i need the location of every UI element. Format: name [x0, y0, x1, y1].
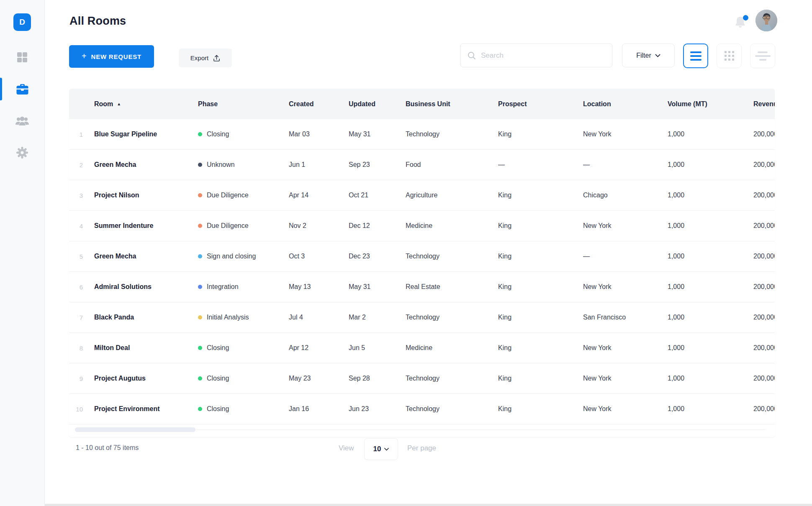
cell-business-unit: Technology: [406, 302, 498, 332]
rooms-table: Room▲PhaseCreatedUpdatedBusiness UnitPro…: [69, 89, 775, 437]
cell-room: Project Nilson: [94, 180, 198, 210]
cell-num: 5: [69, 241, 94, 271]
cell-updated: Mar 2: [349, 302, 406, 332]
cell-phase: Sign and closing: [198, 241, 289, 271]
cell-phase: Due Diligence: [198, 180, 289, 210]
column-header-volume[interactable]: Volume (MT): [668, 89, 753, 119]
table-row[interactable]: 7Black PandaInitial AnalysisJul 4Mar 2Te…: [69, 302, 775, 333]
cell-num: 9: [69, 363, 94, 394]
cell-business-unit: Real Estate: [406, 272, 498, 302]
sidebar-item-rooms[interactable]: [0, 73, 44, 105]
column-header-location[interactable]: Location: [583, 89, 668, 119]
phase-label: Closing: [207, 405, 229, 413]
table-row[interactable]: 10Project EnvironmentClosingJan 16Jun 23…: [69, 394, 775, 424]
cell-location: New York: [583, 119, 668, 149]
phase-status-dot: [198, 315, 202, 319]
search-input[interactable]: [481, 51, 612, 60]
horizontal-scrollbar: [75, 427, 770, 432]
column-header-created[interactable]: Created: [289, 89, 349, 119]
cell-location: San Francisco: [583, 302, 668, 332]
cell-num: 6: [69, 272, 94, 302]
export-button[interactable]: Export: [179, 49, 232, 67]
cell-room: Summer Indenture: [94, 211, 198, 241]
filter-label: Filter: [636, 52, 651, 59]
table-row[interactable]: 3Project NilsonDue DiligenceApr 14Oct 21…: [69, 180, 775, 211]
cell-volume: 1,000: [668, 150, 753, 180]
cell-num: 1: [69, 119, 94, 149]
column-header-updated[interactable]: Updated: [349, 89, 406, 119]
page-title: All Rooms: [69, 15, 126, 28]
cell-created: Jun 1: [289, 150, 349, 180]
phase-status-dot: [198, 193, 202, 197]
table-row[interactable]: 1Blue Sugar PipelineClosingMar 03May 31T…: [69, 119, 775, 150]
phase-label: Closing: [207, 375, 229, 382]
cell-business-unit: Technology: [406, 394, 498, 424]
cell-room: Project Augutus: [94, 363, 198, 394]
column-header-business-unit[interactable]: Business Unit: [406, 89, 498, 119]
per-page-select[interactable]: 10: [364, 438, 398, 460]
cell-prospect: King: [498, 180, 583, 210]
cell-updated: Dec 23: [349, 241, 406, 271]
cell-location: —: [583, 150, 668, 180]
column-header-phase[interactable]: Phase: [198, 89, 289, 119]
cell-room: Project Environment: [94, 394, 198, 424]
phase-status-dot: [198, 407, 202, 411]
user-avatar[interactable]: [755, 10, 777, 31]
sidebar-item-team[interactable]: [0, 105, 44, 137]
view-toggle-list[interactable]: [683, 43, 708, 68]
cell-volume: 1,000: [668, 119, 753, 149]
cell-room: Milton Deal: [94, 333, 198, 363]
phase-status-dot: [198, 224, 202, 228]
app-logo[interactable]: D: [13, 13, 31, 31]
phase-status-dot: [198, 254, 202, 258]
table-row[interactable]: 9Project AugutusClosingMay 23Sep 28Techn…: [69, 363, 775, 394]
table-row[interactable]: 2Green MechaUnknownJun 1Sep 23Food——1,00…: [69, 150, 775, 180]
phase-status-dot: [198, 285, 202, 289]
table-row[interactable]: 5Green MechaSign and closingOct 3Dec 23T…: [69, 241, 775, 272]
column-label: Revenue: [753, 100, 775, 108]
table-row[interactable]: 6Admiral SolutionsIntegrationMay 13May 3…: [69, 272, 775, 302]
cell-revenue: 200,000: [753, 394, 775, 424]
column-header-room[interactable]: Room▲: [94, 89, 198, 119]
column-label: Room: [94, 100, 113, 108]
column-header-prospect[interactable]: Prospect: [498, 89, 583, 119]
cell-prospect: King: [498, 394, 583, 424]
phase-label: Due Diligence: [207, 222, 249, 230]
table-row[interactable]: 8Milton DealClosingApr 12Jun 5MedicineKi…: [69, 333, 775, 363]
new-request-label: NEW REQUEST: [91, 53, 141, 60]
plus-icon: +: [82, 51, 87, 61]
cell-prospect: King: [498, 119, 583, 149]
table-row[interactable]: 4Summer IndentureDue DiligenceNov 2Dec 1…: [69, 211, 775, 241]
briefcase-icon: [16, 83, 29, 95]
cell-location: New York: [583, 363, 668, 394]
filter-button[interactable]: Filter: [622, 43, 675, 67]
cell-room: Black Panda: [94, 302, 198, 332]
chevron-down-icon: [655, 54, 660, 57]
team-people-icon: [15, 115, 29, 126]
view-toggle-compact[interactable]: [750, 43, 775, 68]
notification-bell-icon[interactable]: [735, 16, 748, 29]
cell-location: New York: [583, 333, 668, 363]
new-request-button[interactable]: + NEW REQUEST: [69, 45, 154, 68]
column-label: Location: [583, 100, 611, 108]
phase-status-dot: [198, 376, 202, 381]
sort-asc-icon: ▲: [117, 102, 121, 106]
cell-room: Green Mecha: [94, 241, 198, 271]
cell-revenue: 200,000: [753, 241, 775, 271]
sidebar-item-dashboard[interactable]: [0, 41, 44, 73]
list-view-icon: [690, 51, 702, 61]
cell-volume: 1,000: [668, 241, 753, 271]
cell-updated: Dec 12: [349, 211, 406, 241]
scrollbar-thumb[interactable]: [75, 427, 195, 432]
cell-location: New York: [583, 211, 668, 241]
cell-num: 4: [69, 211, 94, 241]
gear-icon: [16, 146, 28, 159]
column-label: Business Unit: [406, 100, 450, 108]
sidebar-item-settings[interactable]: [0, 137, 44, 169]
view-toggle-grid[interactable]: [717, 43, 742, 68]
dashboard-grid-icon: [16, 51, 28, 63]
view-label: View: [339, 444, 354, 452]
cell-phase: Due Diligence: [198, 211, 289, 241]
main-content: All Rooms: [45, 0, 812, 506]
column-header-revenue[interactable]: Revenue: [753, 89, 775, 119]
